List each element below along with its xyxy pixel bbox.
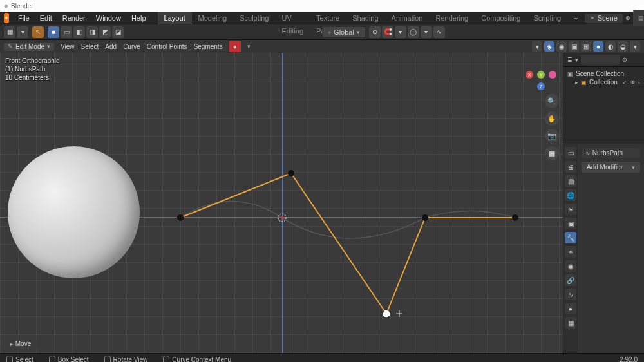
tab-scripting[interactable]: Scripting (527, 12, 567, 24)
menu-render[interactable]: Render (57, 12, 91, 24)
orientation-icon: ⟐ (328, 29, 331, 35)
curve-draw-icon[interactable]: ∿ (433, 26, 445, 38)
pan-icon[interactable]: ✋ (545, 111, 559, 126)
outliner-row-collection[interactable]: ▸ ▣ Collection ✓ 👁 ▫ (575, 78, 640, 86)
chevron-down-icon[interactable]: ▾ (17, 26, 28, 38)
prop-constraints-icon[interactable]: 🔗 (565, 274, 576, 286)
window-titlebar: ◆ Blender (0, 0, 644, 12)
last-operator-label: Move (15, 340, 31, 347)
menu-file[interactable]: File (13, 12, 35, 24)
chevron-right-icon: ▸ (10, 341, 14, 347)
prop-data-icon[interactable]: ∿ (565, 289, 576, 300)
menu-view[interactable]: View (61, 43, 75, 50)
tab-shading[interactable]: Shading (346, 12, 384, 24)
shading-solid-icon[interactable]: ● (593, 41, 603, 52)
chevron-down-icon[interactable]: ▾ (630, 41, 640, 52)
menu-window[interactable]: Window (91, 12, 126, 24)
blender-logo-icon[interactable]: ✦ (4, 13, 9, 23)
menu-segments[interactable]: Segments (194, 43, 223, 50)
last-operator-panel[interactable]: ▸ Move (4, 338, 37, 349)
outliner-row-scene[interactable]: ▣ Scene Collection (567, 70, 640, 78)
menu-select[interactable]: Select (81, 43, 99, 50)
axis-x-icon[interactable]: X (526, 71, 533, 79)
menu-curve[interactable]: Curve (123, 43, 140, 50)
orientation-dropdown[interactable]: ⟐ Global ▾ (323, 27, 365, 37)
add-modifier-button[interactable]: Add Modifier ▾ (582, 162, 640, 173)
outliner-icon[interactable]: ≣ (567, 57, 573, 63)
prop-particles-icon[interactable]: ✶ (565, 246, 576, 258)
status-boxselect: Box Select (49, 356, 89, 363)
breadcrumb[interactable]: ∿ NurbsPath (582, 148, 640, 158)
selectmode-4[interactable]: ◨ (86, 26, 98, 38)
selectmode-6[interactable]: ◪ (112, 26, 124, 38)
cursor-tool-icon[interactable]: ↖ (32, 26, 44, 38)
prop-world-icon[interactable]: ☀ (565, 204, 576, 215)
shading-matprev-icon[interactable]: ◐ (605, 41, 616, 52)
tab-modeling[interactable]: Modeling (192, 12, 234, 24)
3d-viewport[interactable]: Front Orthographic (1) NurbsPath 10 Cent… (0, 53, 563, 353)
menu-help[interactable]: Help (126, 12, 151, 24)
prop-physics-icon[interactable]: ◉ (565, 260, 576, 272)
selectmode-5[interactable]: ◩ (99, 26, 111, 38)
shading-wire-icon[interactable]: ⊞ (581, 41, 591, 52)
prop-object-icon[interactable]: ▣ (565, 218, 576, 229)
prop-modifier-icon[interactable]: 🔧 (565, 232, 576, 243)
selectmode-1[interactable]: ■ (48, 26, 59, 38)
chevron-down-icon[interactable]: ▾ (421, 26, 432, 38)
pivot-icon[interactable]: ⊙ (369, 26, 381, 38)
view-option-icon[interactable]: ▾ (532, 41, 542, 52)
editor-type-icon[interactable]: ▦ (4, 26, 15, 38)
filter-icon[interactable]: ⚙ (622, 57, 627, 63)
tab-uvediting[interactable]: UV Editing (275, 12, 310, 24)
render-icon[interactable]: ▫ (638, 79, 640, 86)
menubar: ✦ File Edit Render Window Help Layout Mo… (0, 12, 644, 24)
xray-icon[interactable]: ▣ (569, 41, 579, 52)
proportional-icon[interactable]: ◯ (408, 26, 419, 38)
tab-animation[interactable]: Animation (385, 12, 430, 24)
selectmode-2[interactable]: ▭ (61, 26, 72, 38)
axis-gizmo[interactable]: X Y Z (526, 59, 556, 90)
scene-icon: ✶ (590, 15, 595, 21)
shading-render-icon[interactable]: ◒ (618, 41, 628, 52)
curve-icon: ∿ (585, 150, 591, 157)
persp-ortho-icon[interactable]: ▦ (545, 146, 559, 160)
zoom-icon[interactable]: 🔍 (545, 94, 559, 108)
snap-icon[interactable]: 🧲 (382, 26, 393, 38)
tab-add[interactable]: + (567, 12, 584, 24)
axis-z-icon[interactable]: Z (537, 82, 545, 90)
scene-new-icon[interactable]: ⊕ (625, 15, 630, 21)
tab-texturepaint[interactable]: Texture Paint (310, 12, 346, 24)
prop-viewlayer-icon[interactable]: ▤ (565, 175, 576, 187)
record-icon[interactable]: ● (229, 41, 241, 52)
mode-dropdown[interactable]: ✎ Edit Mode ▾ (4, 43, 54, 51)
scene-selector[interactable]: ✶ Scene (585, 14, 623, 23)
viewlayer-selector[interactable]: ▤ View Layer (633, 10, 644, 26)
snap-options-icon[interactable]: ▾ (395, 26, 406, 38)
chevron-down-icon[interactable]: ▾ (575, 57, 578, 63)
prop-scene-icon[interactable]: 🌐 (565, 189, 576, 201)
eye-icon[interactable]: 👁 (630, 79, 636, 86)
prop-output-icon[interactable]: 🖨 (565, 161, 576, 173)
chevron-right-icon: ▸ (575, 79, 578, 86)
overlay-icon[interactable]: ◉ (556, 41, 567, 52)
selectmode-3[interactable]: ◧ (73, 26, 85, 38)
tab-rendering[interactable]: Rendering (429, 12, 475, 24)
menu-add[interactable]: Add (105, 43, 117, 50)
tab-compositing[interactable]: Compositing (475, 12, 527, 24)
menu-controlpoints[interactable]: Control Points (147, 43, 187, 50)
prop-render-icon[interactable]: ▭ (565, 147, 576, 158)
gizmo-icon[interactable]: ◈ (544, 41, 554, 52)
chevron-down-icon[interactable]: ▾ (247, 43, 251, 50)
outliner[interactable]: ▣ Scene Collection ▸ ▣ Collection ✓ 👁 ▫ (564, 67, 644, 144)
axis-y-icon[interactable]: Y (537, 71, 545, 79)
prop-material-icon[interactable]: ● (565, 303, 576, 314)
menu-edit[interactable]: Edit (35, 12, 57, 24)
tab-layout[interactable]: Layout (158, 12, 192, 24)
checkmark-icon[interactable]: ✓ (622, 79, 627, 86)
status-select: Select (6, 356, 33, 363)
prop-texture-icon[interactable]: ▦ (565, 317, 576, 329)
camera-icon[interactable]: 📷 (545, 129, 559, 143)
tab-sculpting[interactable]: Sculpting (233, 12, 275, 24)
axis-neg-icon[interactable] (549, 71, 556, 79)
outliner-search[interactable] (581, 55, 620, 65)
